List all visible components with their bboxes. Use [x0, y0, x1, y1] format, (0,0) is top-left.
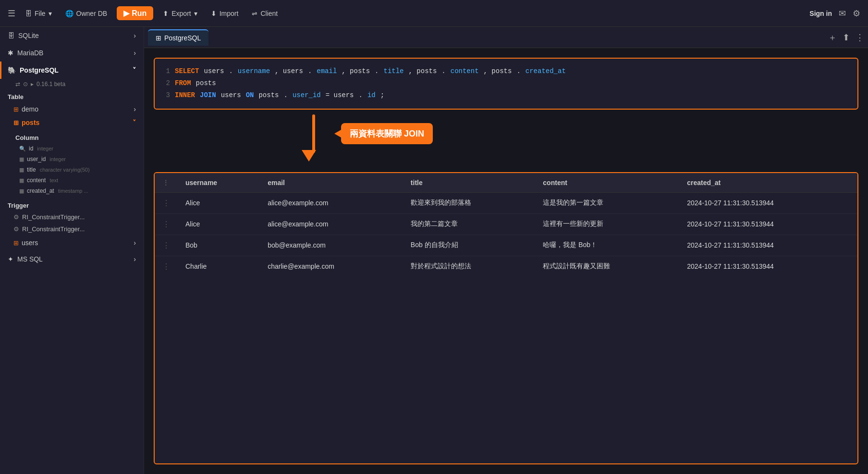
row-handle: ⋮ [155, 213, 178, 235]
pg-version-icon: ⇄ [15, 81, 20, 87]
col-user-id-type: integer [49, 156, 66, 162]
trigger-1-icon: ⚙ [13, 213, 19, 221]
sqlite-label: SQLite [18, 32, 39, 39]
row-content: 這裡有一些新的更新 [535, 213, 679, 235]
col-header-created-at: created_at [679, 173, 857, 193]
sidebar-item-users[interactable]: ⊞ users › [0, 235, 144, 250]
table-section-label: Table [0, 89, 144, 102]
run-button[interactable]: ▶ Run [117, 6, 153, 20]
table-row: ⋮ Charlie charlie@example.com 對於程式設計的想法 … [155, 256, 857, 277]
client-label: Client [260, 10, 278, 17]
row-title: 對於程式設計的想法 [403, 256, 536, 277]
row-content: 這是我的第一篇文章 [535, 192, 679, 213]
tab-bar: ⊞ PostgreSQL ＋ ⬆ ⋮ [144, 27, 868, 48]
row-handle: ⋮ [155, 256, 178, 277]
row-email: alice@example.com [260, 192, 403, 213]
col-created-at-icon: ▦ [19, 188, 24, 194]
arrow-area: 兩資料表關聯 JOIN [259, 114, 868, 172]
mssql-chevron-icon: › [134, 255, 136, 263]
demo-label: demo [22, 105, 38, 113]
sidebar: 🗄 SQLite › ✱ MariaDB › 🐘 PostgreSQL ˅ ⇄ … [0, 27, 144, 474]
sidebar-item-postgresql[interactable]: 🐘 PostgreSQL ˅ [0, 62, 144, 79]
file-menu[interactable]: 🗄 File ▾ [21, 8, 56, 19]
import-label: Import [220, 10, 239, 17]
arrow-head [302, 150, 316, 162]
table-row: ⋮ Alice alice@example.com 歡迎來到我的部落格 這是我的… [155, 192, 857, 213]
trigger-1[interactable]: ⚙ RI_ConstraintTrigger... [0, 211, 144, 223]
kw-inner: INNER [175, 89, 195, 101]
line-num-3: 3 [162, 89, 170, 101]
col-created-at-name: created_at [27, 187, 54, 194]
col-header-username: username [178, 173, 260, 193]
sidebar-item-mariadb[interactable]: ✱ MariaDB › [0, 44, 144, 62]
settings-icon[interactable]: ⚙ [853, 8, 860, 19]
sidebar-item-sqlite[interactable]: 🗄 SQLite › [0, 27, 144, 44]
row-handle: ⋮ [155, 192, 178, 213]
handle-icon: ⋮ [162, 179, 169, 187]
tab-postgresql[interactable]: ⊞ PostgreSQL [148, 29, 208, 46]
row-created-at: 2024-10-27 11:31:30.513944 [679, 192, 857, 213]
kw-join: JOIN [200, 89, 216, 101]
mariadb-label: MariaDB [17, 49, 43, 57]
result-table-wrapper: ⋮ username email title content created_a… [154, 172, 858, 464]
pg-version: ⇄ ⊙ ▸ 0.16.1 beta [0, 79, 144, 89]
tab-share-icon[interactable]: ⬆ [843, 32, 850, 43]
kw-select: SELECT [175, 65, 199, 77]
mariadb-chevron-icon: › [134, 49, 136, 57]
col-content-icon: ▦ [19, 177, 24, 184]
trigger-1-label: RI_ConstraintTrigger... [22, 213, 85, 221]
tab-postgresql-label: PostgreSQL [164, 34, 201, 42]
posts-chevron-icon: ˅ [133, 119, 136, 126]
run-icon: ▶ [123, 9, 129, 18]
tab-more-icon[interactable]: ⋮ [856, 32, 864, 43]
sqlite-icon: 🗄 [8, 32, 14, 39]
file-label: File [35, 10, 46, 17]
ownerdb-menu[interactable]: 🌐 Owner DB [61, 8, 111, 19]
kw-on: ON [246, 89, 254, 101]
mssql-icon: ✦ [8, 255, 13, 263]
col-header-email: email [260, 173, 403, 193]
col-user-id: ▦ user_id integer [0, 154, 144, 164]
import-menu[interactable]: ⬇ Import [207, 8, 243, 19]
col-title-icon: ▦ [19, 167, 24, 173]
sidebar-item-mssql[interactable]: ✦ MS SQL › [0, 250, 144, 268]
mssql-label: MS SQL [17, 255, 43, 263]
tab-actions: ＋ ⬆ ⋮ [828, 32, 864, 43]
client-menu[interactable]: ⇌ Client [248, 8, 281, 19]
row-email: alice@example.com [260, 213, 403, 235]
col-user-id-icon: ▦ [19, 156, 24, 162]
row-created-at: 2024-10-27 11:31:30.513944 [679, 256, 857, 277]
col-created-at: ▦ created_at timestamp ... [0, 186, 144, 196]
hamburger-icon[interactable]: ☰ [8, 8, 15, 19]
run-label: Run [132, 9, 147, 18]
export-menu[interactable]: ⬆ Export ▾ [159, 8, 201, 19]
column-section: Column 🔍 id integer ▦ user_id integer ▦ … [0, 129, 144, 198]
users-chevron-icon: › [134, 239, 136, 247]
pg-version-tag: ▸ [31, 81, 34, 87]
row-username: Alice [178, 213, 260, 235]
signin-label[interactable]: Sign in [809, 10, 832, 17]
sidebar-item-demo[interactable]: ⊞ demo › [0, 102, 144, 116]
postgresql-label: PostgreSQL [20, 66, 59, 74]
tab-add-icon[interactable]: ＋ [828, 32, 837, 43]
col-id: 🔍 id integer [0, 143, 144, 154]
row-title: 歡迎來到我的部落格 [403, 192, 536, 213]
export-chevron-icon: ▾ [194, 10, 197, 17]
postgresql-chevron-icon: ˅ [133, 66, 136, 74]
col-content-name: content [27, 177, 46, 184]
col-title-type: character varying(50) [40, 167, 90, 173]
row-username: Charlie [178, 256, 260, 277]
sqlite-chevron-icon: › [134, 32, 136, 39]
demo-table-icon: ⊞ [13, 106, 19, 113]
sidebar-item-posts[interactable]: ⊞ posts ˅ [0, 116, 144, 129]
trigger-2[interactable]: ⚙ RI_ConstraintTrigger... [0, 223, 144, 235]
mail-icon[interactable]: ✉ [839, 8, 846, 19]
sql-line-3: 3 INNER JOIN users ON posts.user_id = us… [162, 89, 850, 101]
table-row: ⋮ Alice alice@example.com 我的第二篇文章 這裡有一些新… [155, 213, 857, 235]
table-row: ⋮ Bob bob@example.com Bob 的自我介紹 哈囉，我是 Bo… [155, 235, 857, 256]
col-id-type: integer [37, 146, 53, 151]
sql-editor[interactable]: 1 SELECT users.username, users.email, po… [154, 58, 858, 110]
ownerdb-icon: 🌐 [65, 10, 73, 17]
col-content: ▦ content text [0, 175, 144, 186]
col-header-handle: ⋮ [155, 173, 178, 193]
